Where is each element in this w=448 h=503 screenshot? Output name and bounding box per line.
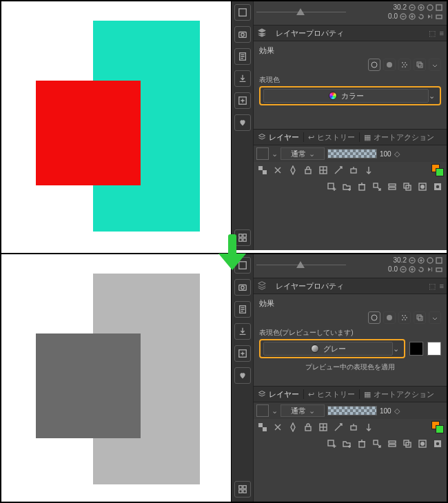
tool-grid[interactable] [234,481,251,497]
reset-icon[interactable] [427,4,434,11]
tab-autoaction[interactable]: ▦オートアクション [360,389,438,400]
tool-heart[interactable] [234,114,251,131]
rotate-icon[interactable] [418,13,425,20]
wand-icon[interactable] [332,164,345,176]
transfer-icon[interactable] [371,181,383,193]
zoom-minus-icon[interactable] [400,13,407,20]
combine-icon[interactable] [401,181,414,193]
effect-border-icon[interactable] [368,311,380,324]
tab-menu-icon[interactable]: ≡ [440,282,444,291]
tool-download[interactable] [234,323,251,340]
tool-add[interactable] [234,345,251,362]
angle-slider[interactable] [256,3,346,23]
new-folder-icon[interactable] [340,181,353,193]
expression-color-dropdown[interactable]: カラー ⌄ [259,86,441,105]
opacity-slider[interactable] [327,149,377,158]
link-icon[interactable] [272,164,284,176]
ruler-set-icon[interactable] [287,421,299,433]
link-icon[interactable] [272,421,284,433]
skip-icon[interactable] [427,13,434,20]
mask-new-icon[interactable] [416,438,429,450]
effect-layer-icon[interactable] [414,311,426,324]
tab-menu-icon[interactable]: ≡ [440,29,444,38]
new-layer-icon[interactable] [325,181,338,193]
effect-tone-icon[interactable] [398,59,411,71]
blend-mode-select[interactable]: 通常⌄ [281,147,325,160]
skip-icon[interactable] [427,266,434,273]
tool-add[interactable] [234,92,251,109]
ref-icon[interactable] [363,164,375,176]
layerprop-label[interactable]: レイヤープロパティ [270,28,349,39]
mask-new-icon[interactable] [416,181,429,193]
swatch-black[interactable] [409,342,423,356]
lock-icon[interactable] [302,164,314,176]
tab-autoaction[interactable]: ▦オートアクション [360,132,438,143]
delete-icon[interactable] [356,438,368,450]
merge-icon[interactable] [386,438,398,450]
swatch-white[interactable] [427,342,441,356]
transfer-icon[interactable] [371,438,383,450]
tab-history[interactable]: ↩ヒストリー [304,389,359,400]
expand-icon[interactable] [436,257,442,264]
minus-icon[interactable] [409,257,416,264]
tool-camera[interactable] [234,26,251,43]
new-folder-icon[interactable] [340,438,353,450]
rotate-icon[interactable] [418,266,425,273]
tab-save-icon[interactable]: ⬚ [429,29,436,38]
apply-preview-hint[interactable]: プレビュー中の表現色を適用 [254,358,447,372]
zoom-plus-icon[interactable] [409,13,416,20]
opacity-slider[interactable] [327,406,377,415]
blend-mode-select[interactable]: 通常⌄ [281,404,325,417]
wand-icon[interactable] [332,421,345,433]
tab-save-icon[interactable]: ⬚ [429,282,436,291]
checker2-icon[interactable] [317,164,329,176]
plus-icon[interactable] [418,4,425,11]
clip-down-icon[interactable] [347,421,360,433]
tool-memo[interactable] [234,301,251,318]
plus-icon[interactable] [418,257,425,264]
effect-tone-icon[interactable] [398,311,411,324]
effect-border-icon[interactable] [368,59,380,71]
expand-icon[interactable] [436,4,442,11]
tab-layers[interactable]: レイヤー [254,389,303,400]
new-layer-icon[interactable] [325,438,338,450]
delete-icon[interactable] [356,181,368,193]
ruler-set-icon[interactable] [287,164,299,176]
view-icon[interactable] [436,266,442,273]
view-icon[interactable] [436,13,442,20]
tool-camera[interactable] [234,279,251,296]
mask-apply-icon[interactable] [431,438,444,450]
mask-apply-icon[interactable] [431,181,444,193]
merge-icon[interactable] [386,181,398,193]
clip-down-icon[interactable] [347,164,360,176]
layerprop-label[interactable]: レイヤープロパティ [270,281,349,291]
effect-layer-icon[interactable] [414,59,426,71]
effect-sphere-icon[interactable] [383,59,396,71]
effect-menu-icon[interactable] [429,311,441,324]
zoom-minus-icon[interactable] [400,266,407,273]
checker-icon[interactable] [256,164,269,176]
palette-swatch[interactable] [256,404,269,417]
tab-history[interactable]: ↩ヒストリー [304,132,359,143]
lock-icon[interactable] [302,421,314,433]
effect-sphere-icon[interactable] [383,311,396,324]
effect-menu-icon[interactable] [429,59,441,71]
angle-slider[interactable] [256,256,346,276]
checker-icon[interactable] [256,421,269,433]
tool-heart[interactable] [234,367,251,384]
reset-icon[interactable] [427,257,434,264]
palette-swatch[interactable] [256,147,269,160]
color-swatch[interactable] [431,164,444,176]
combine-icon[interactable] [401,438,414,450]
ref-icon[interactable] [363,421,375,433]
tool-navigator[interactable] [234,4,251,21]
tool-memo[interactable] [234,48,251,65]
chevron-down-icon[interactable]: ⌄ [272,150,278,158]
zoom-plus-icon[interactable] [409,266,416,273]
checker2-icon[interactable] [317,421,329,433]
tool-download[interactable] [234,70,251,87]
chevron-down-icon[interactable]: ⌄ [272,407,278,415]
minus-icon[interactable] [409,4,416,11]
tab-layers[interactable]: レイヤー [254,132,303,143]
expression-color-dropdown[interactable]: グレー ⌄ [259,339,405,358]
